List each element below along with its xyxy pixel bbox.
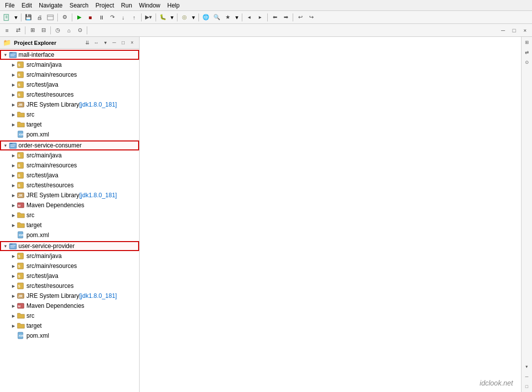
item-order-src[interactable]: src xyxy=(0,210,139,220)
t2-btn6[interactable]: ⌂ xyxy=(64,25,74,35)
rp-btn-2[interactable]: ⇄ xyxy=(523,48,532,57)
save-button[interactable]: 💾 xyxy=(23,12,33,22)
toggle-mall-src[interactable] xyxy=(10,111,17,118)
item-user-maven[interactable]: M Maven Dependencies xyxy=(0,301,139,311)
item-mall-target[interactable]: target xyxy=(0,120,139,130)
link-editor-icon[interactable]: ↔ xyxy=(92,39,100,47)
t2-btn7[interactable]: ⊙ xyxy=(75,25,85,35)
toggle-u-stj[interactable] xyxy=(10,272,17,279)
rp-btn-min[interactable]: ─ xyxy=(523,372,532,381)
label-u-jre-link[interactable]: [jdk1.8.0_181] xyxy=(79,292,117,299)
toggle-o-smj[interactable] xyxy=(10,152,17,159)
item-mall-jre[interactable]: JR JRE System Library [jdk1.8.0_181] xyxy=(0,100,139,110)
menu-help[interactable]: Help xyxy=(165,1,183,10)
step-into-button[interactable]: ↓ xyxy=(118,12,128,22)
item-user-src-test-res[interactable]: S src/test/resources xyxy=(0,281,139,291)
toggle-u-target[interactable] xyxy=(10,322,17,329)
item-user-jre[interactable]: JR JRE System Library [jdk1.8.0_181] xyxy=(0,291,139,301)
rp-btn-1[interactable]: ⊞ xyxy=(523,38,532,47)
minimize-icon[interactable]: ─ xyxy=(110,39,118,47)
rp-btn-3[interactable]: ⊙ xyxy=(523,58,532,67)
toggle-o-stj[interactable] xyxy=(10,172,17,179)
collapse-all-icon[interactable]: ⇊ xyxy=(83,39,91,47)
rp-btn-max[interactable]: □ xyxy=(523,382,532,391)
next-anno[interactable]: ▸ xyxy=(255,12,265,22)
search-btn[interactable]: 🔍 xyxy=(212,12,222,22)
print-button[interactable]: 🖨 xyxy=(34,12,44,22)
menu-file[interactable]: File xyxy=(2,1,17,10)
toggle-o-maven[interactable] xyxy=(10,202,17,209)
preview-button[interactable] xyxy=(45,12,55,22)
label-jre-link-1[interactable]: [jdk1.8.0_181] xyxy=(79,101,117,108)
item-order-src-main-res[interactable]: S src/main/resources xyxy=(0,160,139,170)
label-o-jre-link[interactable]: [jdk1.8.0_181] xyxy=(79,192,117,199)
menu-search[interactable]: Search xyxy=(66,1,91,10)
item-mall-src[interactable]: src xyxy=(0,110,139,120)
item-user-src[interactable]: src xyxy=(0,311,139,321)
prev-anno[interactable]: ◂ xyxy=(244,12,254,22)
menu-run[interactable]: Run xyxy=(118,1,135,10)
toggle-u-smj[interactable] xyxy=(10,253,17,260)
toggle-o-target[interactable] xyxy=(10,222,17,229)
toggle-u-smr[interactable] xyxy=(10,262,17,269)
toggle-o-src[interactable] xyxy=(10,212,17,219)
close-panel-icon[interactable]: × xyxy=(128,39,136,47)
item-mall-src-test-java[interactable]: S src/test/java xyxy=(0,80,139,90)
ext-tools[interactable]: 🌐 xyxy=(201,12,211,22)
toggle-mall-smr[interactable] xyxy=(10,71,17,78)
toggle-u-str[interactable] xyxy=(10,282,17,289)
toggle-mall-str[interactable] xyxy=(10,91,17,98)
menu-window[interactable]: Window xyxy=(136,1,164,10)
rp-btn-menu[interactable]: ▾ xyxy=(523,362,532,371)
item-order-target[interactable]: target xyxy=(0,220,139,230)
maximize-icon[interactable]: □ xyxy=(119,39,127,47)
undo-btn[interactable]: ↩ xyxy=(295,12,305,22)
t2-btn4[interactable]: ⊟ xyxy=(38,25,48,35)
debug-button[interactable]: 🐛 xyxy=(158,12,168,22)
item-mall-src-main-res[interactable]: S src/main/resources xyxy=(0,70,139,80)
step-over-button[interactable]: ↷ xyxy=(107,12,117,22)
run-dropdown[interactable]: ▶▾ xyxy=(144,12,154,22)
bookmark-dropdown[interactable]: ▾ xyxy=(234,13,240,21)
redo-btn[interactable]: ↪ xyxy=(306,12,316,22)
t2-close[interactable]: × xyxy=(520,25,530,35)
new-button[interactable] xyxy=(2,12,12,22)
item-user-src-main-res[interactable]: S src/main/resources xyxy=(0,261,139,271)
pause-button[interactable]: ⏸ xyxy=(96,12,106,22)
tree-view[interactable]: mall-interface S src/main/java S src/mai… xyxy=(0,49,139,392)
toggle-u-maven[interactable] xyxy=(10,302,17,309)
toggle-mall-jre[interactable] xyxy=(10,101,17,108)
toggle-order[interactable] xyxy=(2,142,9,149)
toggle-u-jre[interactable] xyxy=(10,292,17,299)
item-order-maven[interactable]: M Maven Dependencies xyxy=(0,200,139,210)
item-user-src-main-java[interactable]: S src/main/java xyxy=(0,251,139,261)
toggle-mall-stj[interactable] xyxy=(10,81,17,88)
t2-btn5[interactable]: ◷ xyxy=(53,25,63,35)
step-return-button[interactable]: ↑ xyxy=(129,12,139,22)
item-order-pom[interactable]: XML pom.xml xyxy=(0,230,139,240)
item-user-pom[interactable]: XML pom.xml xyxy=(0,331,139,341)
toggle-user[interactable] xyxy=(2,243,9,250)
menu-navigate[interactable]: Navigate xyxy=(36,1,65,10)
stop-button[interactable]: ■ xyxy=(85,12,95,22)
toggle-o-str[interactable] xyxy=(10,182,17,189)
item-order-src-test-res[interactable]: S src/test/resources xyxy=(0,180,139,190)
t2-btn1[interactable]: ≡ xyxy=(2,25,12,35)
debug-dropdown[interactable]: ▾ xyxy=(169,13,175,21)
toggle-u-src[interactable] xyxy=(10,312,17,319)
t2-btn2[interactable]: ⇄ xyxy=(13,25,23,35)
t2-max[interactable]: □ xyxy=(509,25,519,35)
toggle-o-smr[interactable] xyxy=(10,162,17,169)
prev-edit[interactable]: ⬅ xyxy=(270,12,280,22)
item-mall-pom[interactable]: XML pom.xml xyxy=(0,130,139,139)
project-order-service-consumer[interactable]: order-service-consumer xyxy=(0,140,139,150)
t2-btn3[interactable]: ⊞ xyxy=(27,25,37,35)
item-order-src-main-java[interactable]: S src/main/java xyxy=(0,150,139,160)
bookmark-btn[interactable]: ★ xyxy=(223,12,233,22)
item-mall-src-main-java[interactable]: S src/main/java xyxy=(0,60,139,70)
toggle-mall-target[interactable] xyxy=(10,121,17,128)
run-button[interactable]: ▶ xyxy=(74,12,84,22)
menu-project[interactable]: Project xyxy=(92,1,117,10)
project-mall-interface[interactable]: mall-interface xyxy=(0,50,139,60)
coverage-dropdown[interactable]: ▾ xyxy=(190,13,196,21)
